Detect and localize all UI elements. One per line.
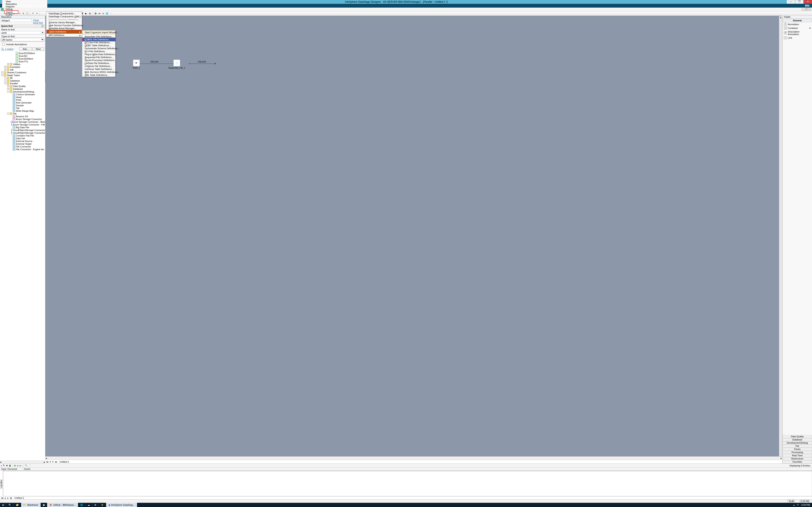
tree-node[interactable]: File Connector [1, 145, 45, 148]
tree-node[interactable]: Amazon S3 [1, 115, 45, 118]
canvas-link[interactable]: DSLink4 [190, 64, 215, 66]
taskbar-item[interactable]: 📂Mainframe [21, 503, 41, 507]
tree-node[interactable]: CloudObjectStorage Connector [1, 131, 45, 134]
scroll-left-icon[interactable]: ◂ [0, 461, 1, 463]
import-item[interactable]: Metadata Asset Manager... [47, 27, 82, 30]
palette-category[interactable]: Favorites [782, 460, 812, 463]
grid-icon[interactable]: ⊞ [88, 12, 92, 15]
tabledef-item[interactable]: Start Connector Import Wizard... [83, 31, 115, 34]
log-play-icon[interactable]: ▶ [14, 464, 16, 467]
logtab-next-icon[interactable]: ▸ [7, 497, 9, 499]
tabledef-item[interactable]: Web Services WSDL Definitions... [83, 70, 115, 73]
menu-import[interactable]: Import [4, 10, 18, 14]
mdi-minimize[interactable]: – [801, 8, 804, 11]
menu-repository[interactable]: Repository [4, 3, 18, 5]
palette-category[interactable]: Real Time [782, 454, 812, 457]
log-tab-label[interactable]: Untitled.1 [14, 497, 24, 499]
tree-node[interactable]: +sdk [1, 68, 45, 71]
minimize-button[interactable]: — [786, 0, 795, 4]
tab-prev-icon[interactable]: ◂ [49, 460, 51, 463]
tab-last-icon[interactable]: ⏭ [55, 460, 57, 463]
tray-flag-icon[interactable]: 🏳 [797, 504, 799, 506]
canvas-tab-label[interactable]: Untitled.1 [59, 460, 69, 463]
scroll-right-icon[interactable]: ▸ [44, 461, 45, 463]
tree-node[interactable]: Azure Storage Connector [1, 118, 45, 120]
tree-node[interactable]: Azure Storage Connector - File [1, 123, 45, 126]
tabledef-item[interactable]: DCLGen File Definitions... [83, 41, 115, 44]
palette-item[interactable]: ↘Link [782, 36, 812, 40]
taskbar-item[interactable]: ⚙ [92, 503, 99, 507]
import-item[interactable]: Schema Library Manager... [47, 21, 82, 24]
adv-button[interactable]: Adv... [19, 47, 32, 51]
tree-node[interactable]: +Utilities [1, 63, 45, 65]
quick-find-close[interactable]: × [41, 24, 44, 27]
tree-node[interactable]: -Development/Debug [1, 90, 45, 93]
tree-node[interactable]: External Target [1, 143, 45, 145]
new-icon[interactable]: 📄 [1, 12, 4, 15]
log-body[interactable] [3, 471, 812, 496]
menu-view[interactable]: View [4, 0, 18, 3]
taskbar-item[interactable]: 🌐 [78, 503, 86, 507]
tabledef-item[interactable]: ODBC Table Definitions... [83, 44, 115, 47]
tree-node[interactable]: -Shared Containers [1, 71, 45, 74]
menu-debug[interactable]: Debug [4, 8, 18, 10]
undo-icon[interactable]: ↶ [31, 12, 35, 15]
dropdown-icon[interactable]: ▾ [41, 31, 44, 34]
help-icon[interactable]: ❔ [109, 12, 112, 15]
log-clear-icon[interactable]: 🗑 [9, 464, 11, 467]
repository-tree[interactable]: ExecDOSSilentExecSHExecSHSilentExecTCL+U… [0, 51, 45, 460]
taskbar-item[interactable]: 📁 [14, 503, 21, 507]
palette-category[interactable]: Packs [782, 448, 812, 451]
project-field[interactable] [1, 19, 32, 22]
tabledef-item[interactable]: UniVerse File Definitions... [83, 65, 115, 68]
canvas-link[interactable]: DSLink3 [136, 64, 173, 66]
tree-node[interactable]: Big Data File [1, 126, 45, 129]
zoomout-icon[interactable]: ➖ [98, 12, 101, 15]
tree-node[interactable]: Sample [1, 104, 45, 107]
tabledef-item[interactable]: UniData File Definitions... [83, 62, 115, 65]
palette-category[interactable]: Restructure [782, 457, 812, 460]
canvas-node[interactable]: 👁Peek_2 [133, 60, 140, 69]
zoomfit-icon[interactable]: ⊙ [101, 12, 105, 15]
import-item[interactable]: Table Definitions▸ [47, 30, 82, 34]
palette-item[interactable]: ▭Container▾ [782, 26, 812, 30]
log-step-icon[interactable]: ⏭ [19, 464, 21, 467]
tree-node[interactable]: Complex Flat File [1, 134, 45, 137]
palette-category[interactable]: Processing [782, 451, 812, 454]
taskbar-item[interactable]: 🦊GitHub - IBM/datast... [47, 503, 78, 507]
include-desc-checkbox[interactable] [2, 43, 5, 46]
taskbar-item[interactable]: ⚡ [99, 503, 106, 507]
log-settings-icon[interactable]: 🔧 [25, 464, 28, 467]
close-button[interactable]: ✕ [804, 0, 812, 4]
import-item[interactable]: IMS Definitions▸ [47, 34, 82, 37]
tree-node[interactable]: Database [1, 79, 45, 82]
tree-node[interactable]: Data Set [1, 137, 45, 139]
scroll-up-icon[interactable]: ▴ [779, 16, 782, 19]
tabledef-item[interactable]: COBOL File Definitions... [83, 38, 115, 41]
tree-node[interactable]: File Connector - Engine tier [1, 148, 45, 151]
hscroll-left-icon[interactable]: ◂ [46, 457, 47, 460]
tree-node[interactable]: Column Generator [1, 93, 45, 96]
tree-node[interactable]: -File [1, 112, 45, 115]
paste-icon[interactable]: 📋 [26, 12, 29, 15]
tree-node[interactable]: ExecDOSSilent [1, 52, 45, 55]
tree-node[interactable]: +Examples [1, 65, 45, 68]
match-link[interactable]: 1 match [5, 48, 13, 50]
import-item[interactable]: DataStage Components (XML)... [47, 15, 82, 18]
taskbar-item[interactable]: ⬗InfoSphere DataStag... [106, 503, 137, 507]
tab-next-icon[interactable]: ▸ [52, 460, 54, 463]
maximize-button[interactable]: ❐ [795, 0, 804, 4]
copy-icon[interactable]: ⎘ [22, 12, 25, 15]
cut-icon[interactable]: ✂ [18, 12, 21, 15]
tree-node[interactable]: -Stage Types [1, 74, 45, 76]
tree-node[interactable]: ExecSH [1, 55, 45, 57]
redo-icon[interactable]: ↷ [35, 12, 39, 15]
log-view-label[interactable]: Log View [0, 479, 3, 489]
tree-node[interactable]: Write Range Map [1, 109, 45, 112]
design-canvas[interactable]: ▴ DSLink3DSLink4👁Peek_2📄Sequential_File_… [45, 16, 782, 456]
logtab-last-icon[interactable]: ⏭ [10, 497, 12, 499]
palette-category[interactable]: Database [782, 438, 812, 441]
import-item[interactable]: DataStage Components... [47, 12, 82, 15]
palette-item[interactable]: ☰Description Annotation [782, 30, 812, 36]
taskbar-item[interactable]: ☁ [86, 503, 92, 507]
